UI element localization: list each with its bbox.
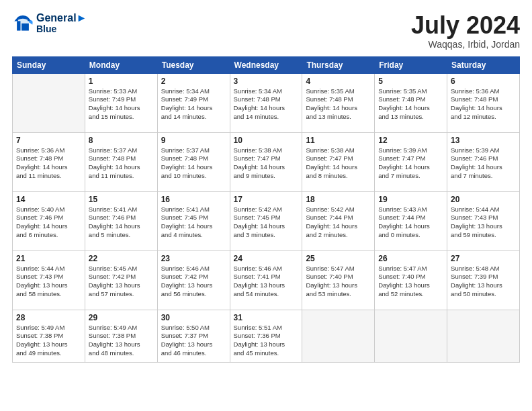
day-number: 30 — [161, 313, 226, 322]
week-row-4: 21Sunrise: 5:44 AMSunset: 7:43 PMDayligh… — [13, 250, 520, 310]
calendar-cell: 17Sunrise: 5:42 AMSunset: 7:45 PMDayligh… — [230, 191, 302, 250]
logo: General► Blue — [12, 12, 87, 34]
day-info: Sunrise: 5:37 AMSunset: 7:48 PMDaylight:… — [161, 146, 226, 181]
header: General► Blue July 2024 Waqqas, Irbid, J… — [12, 12, 520, 50]
day-info: Sunrise: 5:41 AMSunset: 7:45 PMDaylight:… — [161, 205, 226, 240]
day-info: Sunrise: 5:47 AMSunset: 7:40 PMDaylight:… — [306, 265, 371, 299]
logo-icon — [12, 13, 34, 32]
calendar-cell: 25Sunrise: 5:47 AMSunset: 7:40 PMDayligh… — [302, 250, 375, 310]
day-info: Sunrise: 5:46 AMSunset: 7:41 PMDaylight:… — [234, 265, 299, 299]
calendar-cell: 9Sunrise: 5:37 AMSunset: 7:48 PMDaylight… — [157, 132, 230, 191]
calendar-cell — [447, 310, 520, 362]
calendar-cell: 1Sunrise: 5:33 AMSunset: 7:49 PMDaylight… — [85, 73, 157, 132]
day-number: 16 — [161, 195, 226, 204]
day-info: Sunrise: 5:36 AMSunset: 7:48 PMDaylight:… — [16, 146, 81, 181]
calendar-cell: 8Sunrise: 5:37 AMSunset: 7:48 PMDaylight… — [85, 132, 157, 191]
calendar-cell: 31Sunrise: 5:51 AMSunset: 7:36 PMDayligh… — [230, 310, 302, 362]
day-info: Sunrise: 5:41 AMSunset: 7:46 PMDaylight:… — [89, 205, 154, 240]
day-number: 26 — [378, 254, 443, 263]
day-number: 7 — [16, 136, 81, 145]
day-info: Sunrise: 5:47 AMSunset: 7:40 PMDaylight:… — [378, 265, 443, 299]
day-number: 27 — [451, 254, 516, 263]
day-info: Sunrise: 5:38 AMSunset: 7:47 PMDaylight:… — [234, 146, 299, 181]
day-number: 15 — [89, 195, 154, 204]
day-info: Sunrise: 5:39 AMSunset: 7:47 PMDaylight:… — [378, 146, 443, 181]
day-number: 17 — [234, 195, 299, 204]
calendar-cell: 21Sunrise: 5:44 AMSunset: 7:43 PMDayligh… — [13, 250, 85, 310]
calendar-cell — [375, 310, 447, 362]
day-number: 2 — [161, 77, 226, 86]
day-info: Sunrise: 5:35 AMSunset: 7:48 PMDaylight:… — [306, 87, 371, 122]
col-friday: Friday — [375, 56, 447, 73]
calendar-cell: 27Sunrise: 5:48 AMSunset: 7:39 PMDayligh… — [447, 250, 520, 310]
day-number: 12 — [378, 136, 443, 145]
day-info: Sunrise: 5:42 AMSunset: 7:44 PMDaylight:… — [306, 205, 371, 240]
day-info: Sunrise: 5:38 AMSunset: 7:47 PMDaylight:… — [306, 146, 371, 181]
calendar-cell: 23Sunrise: 5:46 AMSunset: 7:42 PMDayligh… — [157, 250, 230, 310]
day-number: 3 — [234, 77, 299, 86]
calendar-cell: 18Sunrise: 5:42 AMSunset: 7:44 PMDayligh… — [302, 191, 375, 250]
calendar-cell: 7Sunrise: 5:36 AMSunset: 7:48 PMDaylight… — [13, 132, 85, 191]
calendar-cell: 29Sunrise: 5:49 AMSunset: 7:38 PMDayligh… — [85, 310, 157, 362]
day-info: Sunrise: 5:44 AMSunset: 7:43 PMDaylight:… — [16, 265, 81, 299]
day-info: Sunrise: 5:49 AMSunset: 7:38 PMDaylight:… — [89, 324, 154, 358]
day-info: Sunrise: 5:36 AMSunset: 7:48 PMDaylight:… — [451, 87, 516, 122]
calendar-cell: 12Sunrise: 5:39 AMSunset: 7:47 PMDayligh… — [375, 132, 447, 191]
svg-rect-0 — [17, 21, 20, 31]
day-info: Sunrise: 5:39 AMSunset: 7:46 PMDaylight:… — [451, 146, 516, 181]
calendar-cell — [13, 73, 85, 132]
day-info: Sunrise: 5:45 AMSunset: 7:42 PMDaylight:… — [89, 265, 154, 299]
col-monday: Monday — [85, 56, 157, 73]
calendar-cell: 24Sunrise: 5:46 AMSunset: 7:41 PMDayligh… — [230, 250, 302, 310]
calendar: Sunday Monday Tuesday Wednesday Thursday… — [12, 56, 520, 363]
day-number: 22 — [89, 254, 154, 263]
day-number: 23 — [161, 254, 226, 263]
day-info: Sunrise: 5:34 AMSunset: 7:48 PMDaylight:… — [234, 87, 299, 122]
calendar-cell: 14Sunrise: 5:40 AMSunset: 7:46 PMDayligh… — [13, 191, 85, 250]
day-number: 24 — [234, 254, 299, 263]
day-number: 11 — [306, 136, 371, 145]
day-info: Sunrise: 5:44 AMSunset: 7:43 PMDaylight:… — [451, 205, 516, 240]
day-number: 20 — [451, 195, 516, 204]
day-number: 8 — [89, 136, 154, 145]
calendar-cell — [302, 310, 375, 362]
day-info: Sunrise: 5:42 AMSunset: 7:45 PMDaylight:… — [234, 205, 299, 240]
day-number: 21 — [16, 254, 81, 263]
calendar-cell: 28Sunrise: 5:49 AMSunset: 7:38 PMDayligh… — [13, 310, 85, 362]
day-number: 5 — [378, 77, 443, 86]
col-wednesday: Wednesday — [230, 56, 302, 73]
day-info: Sunrise: 5:43 AMSunset: 7:44 PMDaylight:… — [378, 205, 443, 240]
day-number: 9 — [161, 136, 226, 145]
col-sunday: Sunday — [13, 56, 85, 73]
calendar-cell: 20Sunrise: 5:44 AMSunset: 7:43 PMDayligh… — [447, 191, 520, 250]
col-tuesday: Tuesday — [157, 56, 230, 73]
calendar-cell: 30Sunrise: 5:50 AMSunset: 7:37 PMDayligh… — [157, 310, 230, 362]
day-number: 18 — [306, 195, 371, 204]
day-number: 19 — [378, 195, 443, 204]
calendar-cell: 2Sunrise: 5:34 AMSunset: 7:49 PMDaylight… — [157, 73, 230, 132]
page: General► Blue July 2024 Waqqas, Irbid, J… — [0, 0, 532, 411]
week-row-1: 1Sunrise: 5:33 AMSunset: 7:49 PMDaylight… — [13, 73, 520, 132]
week-row-5: 28Sunrise: 5:49 AMSunset: 7:38 PMDayligh… — [13, 310, 520, 362]
day-number: 6 — [451, 77, 516, 86]
day-info: Sunrise: 5:33 AMSunset: 7:49 PMDaylight:… — [89, 87, 154, 122]
day-info: Sunrise: 5:40 AMSunset: 7:46 PMDaylight:… — [16, 205, 81, 240]
calendar-cell: 4Sunrise: 5:35 AMSunset: 7:48 PMDaylight… — [302, 73, 375, 132]
title-block: July 2024 Waqqas, Irbid, Jordan — [411, 12, 520, 50]
calendar-cell: 26Sunrise: 5:47 AMSunset: 7:40 PMDayligh… — [375, 250, 447, 310]
col-saturday: Saturday — [447, 56, 520, 73]
day-info: Sunrise: 5:48 AMSunset: 7:39 PMDaylight:… — [451, 265, 516, 299]
day-number: 29 — [89, 313, 154, 322]
day-number: 28 — [16, 313, 81, 322]
day-number: 13 — [451, 136, 516, 145]
week-row-2: 7Sunrise: 5:36 AMSunset: 7:48 PMDaylight… — [13, 132, 520, 191]
day-number: 25 — [306, 254, 371, 263]
day-number: 4 — [306, 77, 371, 86]
month-title: July 2024 — [411, 12, 520, 39]
calendar-cell: 19Sunrise: 5:43 AMSunset: 7:44 PMDayligh… — [375, 191, 447, 250]
day-info: Sunrise: 5:35 AMSunset: 7:48 PMDaylight:… — [378, 87, 443, 122]
calendar-cell: 5Sunrise: 5:35 AMSunset: 7:48 PMDaylight… — [375, 73, 447, 132]
calendar-cell: 16Sunrise: 5:41 AMSunset: 7:45 PMDayligh… — [157, 191, 230, 250]
day-number: 14 — [16, 195, 81, 204]
calendar-cell: 6Sunrise: 5:36 AMSunset: 7:48 PMDaylight… — [447, 73, 520, 132]
